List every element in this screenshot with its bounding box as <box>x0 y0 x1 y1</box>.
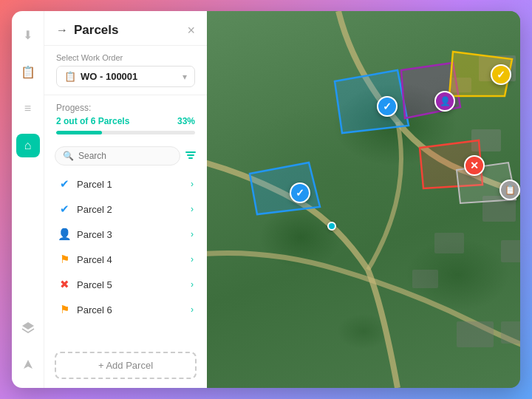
parcel-2-chevron: › <box>191 204 194 214</box>
map-area[interactable]: ✓ 👤 ✓ ✓ ✕ 📋 <box>207 11 520 388</box>
back-arrow-icon[interactable]: → <box>56 24 68 37</box>
parcel-item-3[interactable]: 👤 Parcel 3 › <box>52 222 200 247</box>
parcel-5-map-marker[interactable]: ✕ <box>464 155 485 176</box>
parcel-3-map-marker[interactable]: 👤 <box>434 91 455 112</box>
parcel-4-status-icon: ⚑ <box>58 253 71 266</box>
parcel-3-name: Parcel 3 <box>77 229 185 240</box>
search-input[interactable] <box>78 151 172 161</box>
progress-text: 2 out of 6 Parcels <box>56 116 129 126</box>
parcel-2-map-marker[interactable]: ✓ <box>377 96 398 117</box>
work-order-icon: 📋 <box>64 71 76 82</box>
parcel-2-status-icon: ✔ <box>58 202 71 216</box>
progress-label: Progess: <box>56 103 195 113</box>
chevron-down-icon: ▾ <box>183 72 187 82</box>
parcel-4-chevron: › <box>191 254 194 265</box>
parcel-item-1[interactable]: ✔ Parcel 1 › <box>52 171 200 197</box>
progress-bar-fill <box>56 131 102 134</box>
work-order-value: WO - 100001 <box>81 71 178 82</box>
svg-marker-10 <box>335 70 409 133</box>
parcel-item-2[interactable]: ✔ Parcel 2 › <box>52 197 200 222</box>
parcel-5-chevron: › <box>191 279 194 290</box>
parcel-1-status-icon: ✔ <box>58 177 71 191</box>
sidebar-title: Parcels <box>74 23 119 38</box>
nav-navigation[interactable] <box>16 352 40 376</box>
nav-home[interactable]: ⌂ <box>16 134 40 157</box>
filter-icon[interactable] <box>185 149 197 163</box>
parcel-2-name: Parcel 2 <box>77 204 185 215</box>
small-teal-marker <box>327 222 336 231</box>
parcel-3-status-icon: 👤 <box>58 228 71 241</box>
search-box: 🔍 <box>55 146 180 166</box>
parcel-4-name: Parcel 4 <box>77 254 185 265</box>
search-icon: 🔍 <box>63 151 74 161</box>
app-container: ⬇ 📋 ≡ ⌂ → Parcels × Select Work Order <box>12 11 520 388</box>
work-order-label: Select Work Order <box>56 53 195 62</box>
parcel-6-status-icon: ⚑ <box>58 303 71 316</box>
nav-layers[interactable] <box>16 316 40 339</box>
work-order-section: Select Work Order 📋 WO - 100001 ▾ <box>44 46 207 95</box>
nav-clipboard[interactable]: 📋 <box>16 60 40 83</box>
sidebar: → Parcels × Select Work Order 📋 WO - 100… <box>44 11 207 388</box>
parcel-1-map-marker[interactable]: ✓ <box>290 183 310 203</box>
sidebar-header: → Parcels × <box>44 11 207 46</box>
progress-percentage: 33% <box>177 116 195 126</box>
progress-bar-bg <box>56 131 195 134</box>
nav-menu[interactable]: ≡ <box>16 97 40 120</box>
parcel-1-chevron: › <box>191 179 194 189</box>
parcel-1-name: Parcel 1 <box>77 179 185 190</box>
progress-section: Progess: 2 out of 6 Parcels 33% <box>44 95 207 140</box>
parcel-item-6[interactable]: ⚑ Parcel 6 › <box>52 297 200 322</box>
parcel-6-name: Parcel 6 <box>77 304 185 316</box>
parcel-item-4[interactable]: ⚑ Parcel 4 › <box>52 247 200 272</box>
icon-rail: ⬇ 📋 ≡ ⌂ <box>12 11 44 388</box>
parcel-3-chevron: › <box>191 229 194 239</box>
parcel-6-chevron: › <box>191 304 194 315</box>
parcel-5-status-icon: ✖ <box>58 278 71 291</box>
work-order-select[interactable]: 📋 WO - 100001 ▾ <box>56 66 195 87</box>
nav-download[interactable]: ⬇ <box>16 23 40 47</box>
close-button[interactable]: × <box>187 24 195 37</box>
parcel-4-map-marker[interactable]: ✓ <box>491 64 511 85</box>
parcel-list: ✔ Parcel 1 › ✔ Parcel 2 › 👤 Parcel 3 › ⚑… <box>44 171 207 346</box>
parcel-6-map-marker[interactable]: 📋 <box>499 180 520 200</box>
search-section: 🔍 <box>44 140 207 171</box>
parcel-5-name: Parcel 5 <box>77 279 185 290</box>
add-parcel-button[interactable]: + Add Parcel <box>55 352 197 379</box>
map-parcels-svg <box>207 11 520 388</box>
parcel-item-5[interactable]: ✖ Parcel 5 › <box>52 272 200 297</box>
